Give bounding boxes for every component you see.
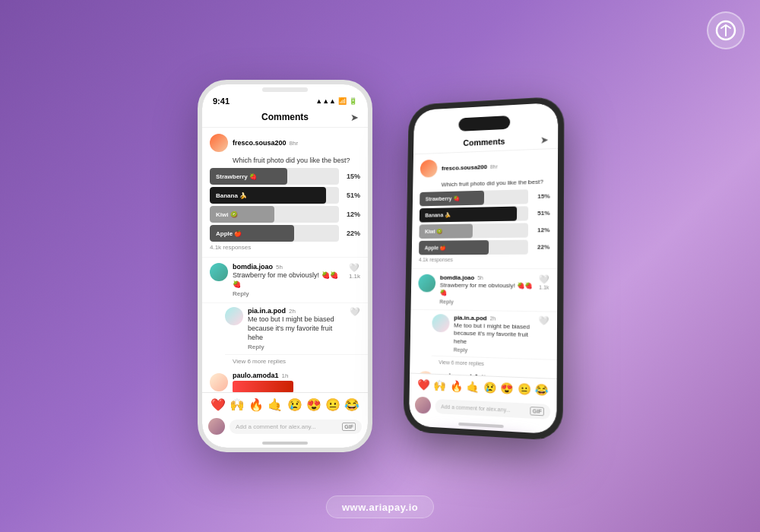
phone2-emoji-hand[interactable]: 🤙	[467, 380, 480, 393]
phone2-poll-option-kiwi[interactable]: Kiwi 🥝 12%	[419, 223, 549, 239]
phone2-send-icon[interactable]: ➤	[540, 134, 549, 145]
phone2-poll-bar-strawberry: Strawberry 🍓	[420, 191, 484, 207]
logo-area: www.ariapay.io	[326, 496, 434, 518]
comment-body-1: bomdia.joao 5h Strawberry for me obvious…	[233, 263, 344, 297]
comments-title: Comments	[261, 112, 309, 122]
reply-item-1: pia.in.a.pod 2h Me too but I might be bi…	[225, 303, 368, 355]
phone2-comment-input-field[interactable]: Add a comment for alex.any... GIF	[435, 398, 550, 419]
poll-option-kiwi[interactable]: Kiwi 🥝 12%	[210, 206, 360, 223]
poll-bar-strawberry: Strawberry 🍓	[210, 168, 287, 185]
phone2-poll-responses: 4.1k responses	[419, 257, 549, 262]
bottom-avatar	[210, 373, 228, 391]
scene: 9:41 ▲▲▲ 📶 🔋 Comments ➤	[198, 80, 562, 452]
emoji-hand[interactable]: 🤙	[268, 397, 283, 412]
comment-avatar-1	[210, 263, 228, 281]
gif-badge[interactable]: GIF	[342, 423, 356, 431]
phone-2-wrapper: Comments ➤ fresco.sousa200 8hr	[404, 97, 563, 440]
emoji-laugh[interactable]: 😂	[344, 397, 359, 412]
phone2-reply-button-1[interactable]: Reply	[439, 299, 453, 304]
poll-bar-banana-label: Banana 🍌	[216, 192, 247, 199]
status-time: 9:41	[213, 97, 230, 106]
scroll-content: fresco.sousa200 8hr Which fruit photo di…	[202, 128, 368, 392]
phone-1: 9:41 ▲▲▲ 📶 🔋 Comments ➤	[198, 80, 372, 452]
reply-avatar-1	[225, 307, 243, 325]
signal-icon: ▲▲▲	[315, 97, 336, 105]
emoji-neutral[interactable]: 😐	[325, 397, 340, 412]
phone2-comment-body-1: bomdia.joao 5h Strawberry for me obvious…	[439, 274, 534, 306]
phone2-poll-bar-banana-label: Banana 🍌	[425, 212, 451, 218]
reply-username-1: pia.in.a.pod	[248, 307, 286, 315]
phone2-heart-icon-1[interactable]: 🤍	[539, 274, 549, 284]
emoji-love[interactable]: 😍	[306, 397, 321, 412]
comment-user-info-1: bomdia.joao 5h	[233, 263, 344, 271]
logo-text: www.ariapay.io	[342, 502, 418, 513]
phone2-poll-option-banana[interactable]: Banana 🍌 51%	[420, 206, 550, 223]
reply-text-1: Me too but I might be biased because it'…	[248, 315, 345, 342]
phone2-emoji-cry[interactable]: 😢	[483, 381, 496, 394]
input-avatar	[208, 418, 225, 435]
phone2-poll-bar-kiwi-label: Kiwi 🥝	[425, 228, 443, 234]
phone2-gif-badge[interactable]: GIF	[530, 406, 544, 415]
comment-header-1: bomdia.joao 5h Strawberry for me obvious…	[210, 263, 360, 297]
comment-input-field[interactable]: Add a comment for alex.any... GIF	[230, 420, 362, 434]
reply-reply-button-1[interactable]: Reply	[248, 344, 264, 350]
phone2-emoji-love[interactable]: 😍	[500, 382, 513, 394]
phone2-reply-heart-1[interactable]: 🤍	[538, 315, 549, 326]
phone2-comment-username-1: bomdia.joao	[440, 274, 474, 281]
poll-percent-apple: 22%	[344, 230, 360, 237]
poll-responses: 4.1k responses	[210, 244, 360, 251]
phone2-comment-header-1: bomdia.joao 5h Strawberry for me obvious…	[418, 274, 549, 306]
phone2-emoji-fire[interactable]: 🔥	[450, 380, 463, 393]
poll-bar-apple-container: Apple 🍎	[210, 225, 339, 242]
phone2-poll-bar-kiwi-container: Kiwi 🥝	[419, 223, 528, 239]
emoji-fire[interactable]: 🔥	[249, 397, 264, 412]
view-more-replies[interactable]: View 6 more replies	[202, 355, 368, 368]
phone2-like-count-1: 1.1k	[539, 284, 549, 290]
comments-header: Comments ➤	[202, 107, 368, 128]
poll-option-apple[interactable]: Apple 🍎 22%	[210, 225, 360, 242]
phone2-comment-item-1: bomdia.joao 5h Strawberry for me obvious…	[411, 269, 558, 312]
emoji-raise[interactable]: 🙌	[230, 397, 245, 412]
poll-option-strawberry[interactable]: Strawberry 🍓 15%	[210, 168, 360, 185]
home-indicator	[262, 442, 308, 445]
phone2-emoji-heart[interactable]: ❤️	[417, 378, 429, 391]
phone2-reply-reply-button-1[interactable]: Reply	[454, 347, 468, 353]
emoji-cry[interactable]: 😢	[287, 397, 302, 412]
emoji-heart[interactable]: ❤️	[211, 397, 226, 412]
phone2-input-avatar	[415, 397, 431, 414]
send-icon[interactable]: ➤	[350, 112, 359, 123]
reply-user-info-1: pia.in.a.pod 2h	[248, 307, 345, 315]
phone2-comment-left-1: bomdia.joao 5h Strawberry for me obvious…	[418, 274, 534, 306]
phone2-emoji-laugh[interactable]: 😂	[535, 383, 549, 396]
phone2-poll-user-info: fresco.sousa200 8hr	[442, 163, 498, 171]
poll-user-row: fresco.sousa200 8hr	[210, 134, 360, 152]
phone2-poll-bar-apple: Apple 🍎	[419, 240, 489, 255]
comment-time-1: 5h	[276, 264, 283, 271]
phone2-poll-bar-apple-container: Apple 🍎	[419, 240, 528, 255]
phone2-emoji-raise[interactable]: 🙌	[433, 379, 446, 392]
phone2-home-indicator	[458, 423, 503, 428]
comment-item-1: bomdia.joao 5h Strawberry for me obvious…	[202, 258, 368, 303]
phone2-reply-header-1: pia.in.a.pod 2h Me too but I might be bi…	[432, 314, 549, 355]
phone2-poll-option-strawberry[interactable]: Strawberry 🍓 15%	[420, 188, 549, 206]
reply-button-1[interactable]: Reply	[233, 290, 249, 297]
phone2-reply-text-1: Me too but I might be biased because it'…	[454, 321, 534, 347]
phone2-scroll-content: fresco.sousa200 8hr Which fruit photo di…	[410, 149, 558, 378]
phone2-emoji-neutral[interactable]: 😐	[518, 382, 530, 395]
reply-heart-1[interactable]: 🤍	[350, 307, 360, 317]
poll-percent-kiwi: 12%	[344, 211, 360, 218]
poll-bar-kiwi-container: Kiwi 🥝	[210, 206, 339, 223]
like-count-1: 1.1k	[349, 273, 360, 280]
bottom-comment-preview: paulo.amoda1 1h	[202, 368, 368, 392]
phone-2-screen: Comments ➤ fresco.sousa200 8hr	[409, 103, 558, 435]
poll-username: fresco.sousa200	[233, 139, 287, 147]
phone2-poll-option-apple[interactable]: Apple 🍎 22%	[419, 239, 549, 255]
poll-option-banana[interactable]: Banana 🍌 51%	[210, 187, 360, 204]
phone2-comment-time-1: 5h	[477, 275, 483, 280]
phone2-reply-time-1: 2h	[490, 315, 496, 321]
poll-percent-strawberry: 15%	[344, 173, 360, 180]
phone2-comments-title: Comments	[463, 137, 505, 147]
phone2-poll-percent-strawberry: 15%	[533, 193, 549, 201]
poll-user-info: fresco.sousa200 8hr	[233, 139, 298, 147]
heart-icon-1[interactable]: 🤍	[349, 263, 359, 273]
